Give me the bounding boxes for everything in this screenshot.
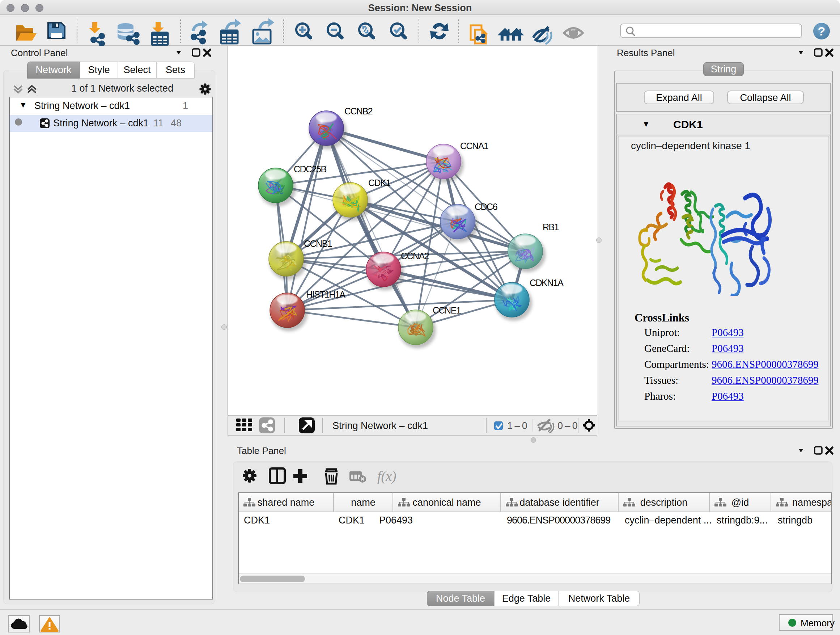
svg-text:CCNB2: CCNB2 <box>344 106 373 116</box>
svg-text:CCNA1: CCNA1 <box>460 141 488 151</box>
svg-text:HIST1H1A: HIST1H1A <box>306 289 346 299</box>
svg-text:1 of 1 Network selected: 1 of 1 Network selected <box>71 83 173 94</box>
svg-text:CCNA2: CCNA2 <box>401 251 429 261</box>
svg-text:String Network – cdk1: String Network – cdk1 <box>332 420 428 431</box>
svg-text:RB1: RB1 <box>543 222 559 232</box>
svg-text:CCNE1: CCNE1 <box>433 305 461 315</box>
svg-text:CDK1: CDK1 <box>368 178 390 188</box>
svg-text:1 – 0: 1 – 0 <box>507 420 527 431</box>
svg-text:CDC6: CDC6 <box>475 202 497 212</box>
svg-text:0 – 0: 0 – 0 <box>557 420 578 431</box>
svg-text:f(x): f(x) <box>377 469 396 484</box>
svg-text:CCNB1: CCNB1 <box>304 239 332 249</box>
svg-text:CDC25B: CDC25B <box>294 164 326 174</box>
svg-text:CDKN1A: CDKN1A <box>530 278 564 288</box>
